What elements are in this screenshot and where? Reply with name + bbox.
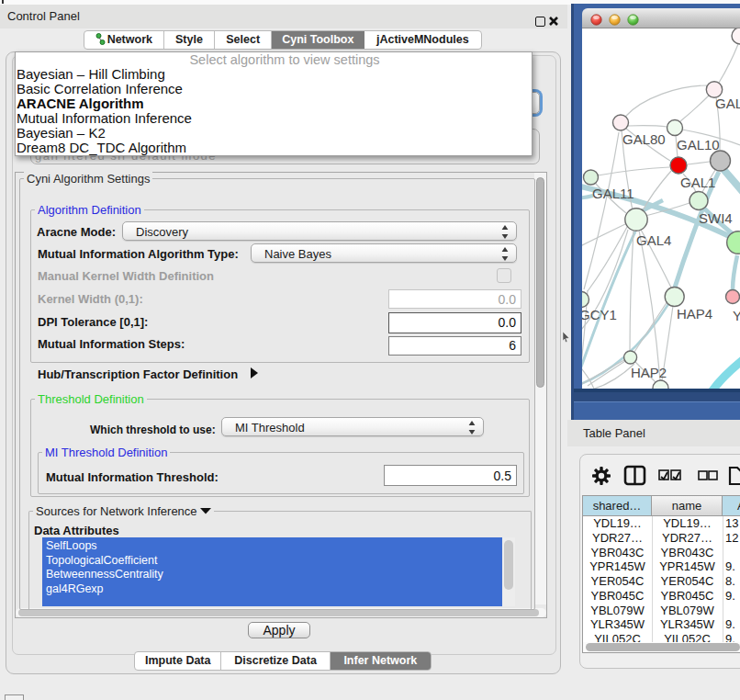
svg-text:SWI4: SWI4 xyxy=(699,210,733,226)
svg-text:HAP2: HAP2 xyxy=(631,365,667,380)
svg-text:GAL: GAL xyxy=(715,96,740,111)
svg-text:GCY1: GCY1 xyxy=(582,307,617,322)
svg-text:GAL80: GAL80 xyxy=(622,131,666,147)
svg-text:GAL11: GAL11 xyxy=(592,186,634,201)
svg-text:Y: Y xyxy=(733,308,740,323)
svg-text:HAP4: HAP4 xyxy=(677,306,712,322)
svg-text:GAL10: GAL10 xyxy=(677,137,720,152)
svg-text:GAL4: GAL4 xyxy=(636,232,671,248)
svg-text:GAL1: GAL1 xyxy=(680,175,715,190)
